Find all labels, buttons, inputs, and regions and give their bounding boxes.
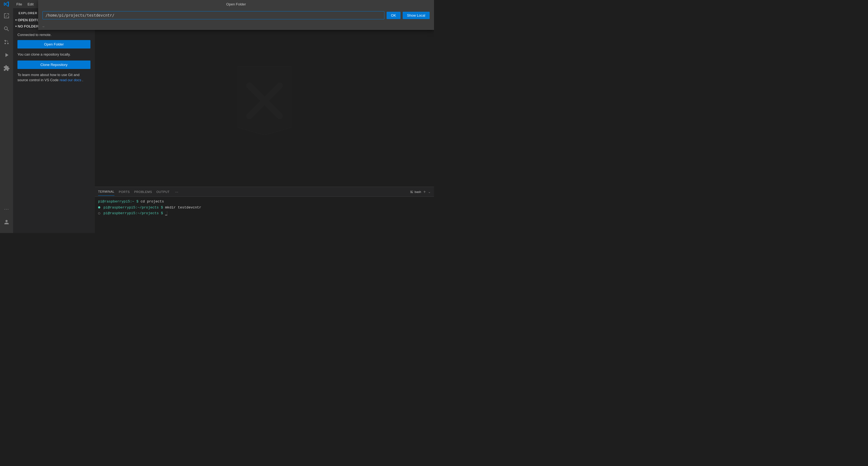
dialog-dotdot[interactable]: .. [38,22,434,29]
dialog-title-bar: Open Folder [38,0,434,8]
open-folder-dialog: Open Folder OK Show Local .. [38,0,434,30]
dot-empty-icon [98,212,100,215]
terminal-line-2: pi@raspberrypi5:~/projects $ mkdir testd… [98,205,431,210]
main-area: TERMINAL PORTS PROBLEMS OUTPUT ··· bash … [95,8,434,233]
add-terminal-icon[interactable]: + [423,189,426,194]
more-actions-icon[interactable]: ··· [1,204,12,215]
vscode-logo-area [0,0,13,8]
explorer-icon[interactable] [1,10,12,21]
tab-terminal[interactable]: TERMINAL [98,188,115,196]
terminal-text-2a: pi@raspberrypi5:~/projects $ [103,206,163,210]
menu-edit[interactable]: Edit [25,1,36,7]
no-folder-chevron: ▾ [15,25,17,28]
editor-area [95,8,434,187]
vscode-logo-icon [4,1,9,7]
sidebar: EXPLORER ▾ OPEN EDITORS ▾ NO FOLDER OPEN… [13,8,95,233]
split-terminal-icon[interactable]: ⌄ [428,190,431,194]
terminal-more-icon[interactable]: ··· [175,190,179,194]
activity-bar: ··· [0,8,13,233]
tab-problems[interactable]: PROBLEMS [134,188,152,196]
activity-bar-bottom: ··· [1,204,12,227]
bash-label-area: bash [410,190,421,194]
terminal-tabs: TERMINAL PORTS PROBLEMS OUTPUT ··· bash … [95,187,434,197]
open-folder-button[interactable]: Open Folder [18,40,90,49]
search-icon[interactable] [1,24,12,34]
terminal-cursor: █ [165,211,167,215]
extensions-icon[interactable] [1,63,12,73]
terminal-text-1b: cd projects [141,199,164,204]
terminal-line-1: pi@raspberrypi5:~ $ cd projects [98,199,431,205]
dialog-show-local-button[interactable]: Show Local [403,12,430,19]
terminal-text-1a: pi@raspberrypi5:~ $ [98,199,138,204]
account-icon[interactable] [1,217,12,227]
terminal-text-2b: mkdir testdevcntr [165,206,202,210]
connected-text: Connected to remote. [18,33,90,37]
tab-ports[interactable]: PORTS [119,188,130,196]
clone-text: You can clone a repository locally. [18,52,90,57]
menu-file[interactable]: File [14,1,24,7]
open-editors-chevron: ▾ [15,19,17,22]
folder-path-input[interactable] [42,11,384,19]
vscode-watermark [226,59,303,136]
terminal-text-3a: pi@raspberrypi5:~/projects $ [103,211,163,215]
clone-repository-button[interactable]: Clone Repository [18,61,90,69]
git-text-after: . [82,78,83,82]
dialog-ok-button[interactable]: OK [386,12,401,19]
terminal-actions: bash + ⌄ [410,189,431,194]
git-docs-link[interactable]: read our docs [60,78,82,82]
run-debug-icon[interactable] [1,50,12,61]
terminal-body[interactable]: pi@raspberrypi5:~ $ cd projects pi@raspb… [95,197,434,233]
bash-label: bash [415,190,421,193]
bash-icon [410,190,413,194]
tab-output[interactable]: OUTPUT [156,188,170,196]
dialog-title: Open Folder [226,2,246,6]
terminal-line-3: pi@raspberrypi5:~/projects $ █ [98,211,431,216]
terminal-panel: TERMINAL PORTS PROBLEMS OUTPUT ··· bash … [95,187,434,233]
git-text: To learn more about how to use Git and s… [18,72,90,83]
source-control-icon[interactable] [1,36,12,48]
sidebar-content: Connected to remote. Open Folder You can… [13,29,95,233]
dot-filled-icon [98,206,100,209]
dialog-body: OK Show Local [38,8,434,22]
